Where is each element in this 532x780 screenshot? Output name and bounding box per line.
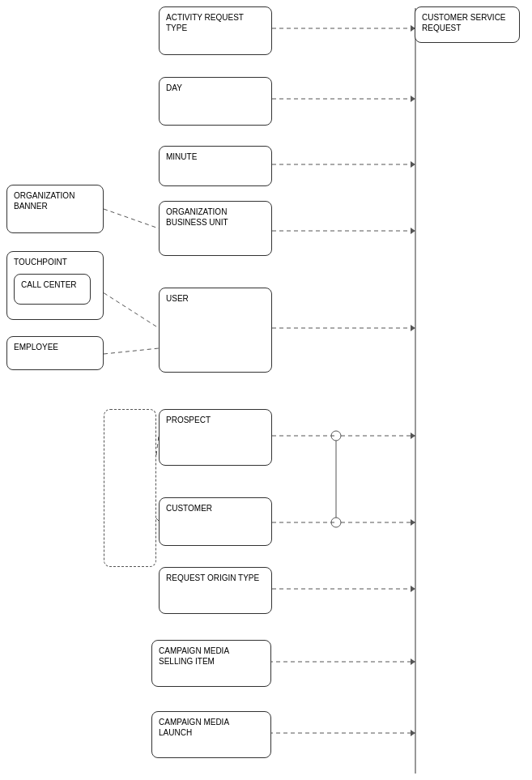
minute-node: MINUTE: [159, 146, 272, 186]
svg-point-16: [331, 431, 341, 441]
svg-marker-28: [411, 659, 415, 665]
activity-request-type-label: ACTIVITY REQUEST TYPE: [166, 13, 244, 32]
minute-label: MINUTE: [166, 152, 197, 161]
request-origin-type-label: REQUEST ORIGIN TYPE: [166, 573, 259, 582]
request-origin-type-node: REQUEST ORIGIN TYPE: [159, 567, 272, 614]
user-label: USER: [166, 294, 189, 303]
customer-label: CUSTOMER: [166, 504, 212, 513]
employee-node: EMPLOYEE: [6, 336, 104, 370]
touchpoint-label: TOUCHPOINT: [14, 258, 67, 266]
svg-marker-4: [411, 96, 415, 102]
organization-business-unit-node: ORGANIZATION BUSINESS UNIT: [159, 201, 272, 256]
svg-marker-30: [411, 730, 415, 736]
customer-node: CUSTOMER: [159, 497, 272, 546]
prospect-node: PROSPECT: [159, 409, 272, 466]
organization-business-unit-label: ORGANIZATION BUSINESS UNIT: [166, 207, 228, 227]
user-node: USER: [159, 288, 272, 373]
campaign-media-selling-item-node: CAMPAIGN MEDIA SELLING ITEM: [151, 640, 271, 687]
svg-point-17: [331, 518, 341, 527]
organization-banner-node: ORGANIZATION BANNER: [6, 185, 104, 233]
svg-marker-21: [411, 433, 415, 439]
customer-service-request-node: CUSTOMER SERVICE REQUEST: [415, 6, 520, 43]
day-label: DAY: [166, 83, 182, 92]
employee-label: EMPLOYEE: [14, 343, 58, 352]
call-center-label: CALL CENTER: [21, 280, 77, 289]
activity-request-type-node: ACTIVITY REQUEST TYPE: [159, 6, 272, 55]
svg-line-7: [104, 209, 159, 228]
diagram: CUSTOMER SERVICE REQUEST ACTIVITY REQUES…: [0, 0, 532, 780]
svg-line-11: [104, 348, 159, 354]
campaign-media-launch-node: CAMPAIGN MEDIA LAUNCH: [151, 711, 271, 758]
campaign-media-launch-label: CAMPAIGN MEDIA LAUNCH: [159, 718, 229, 737]
call-center-node: CALL CENTER: [14, 274, 91, 305]
svg-marker-26: [411, 586, 415, 592]
svg-marker-13: [411, 325, 415, 331]
svg-marker-6: [411, 161, 415, 168]
touchpoint-node: TOUCHPOINT CALL CENTER: [6, 251, 104, 320]
organization-banner-label: ORGANIZATION BANNER: [14, 191, 74, 211]
svg-marker-9: [411, 228, 415, 234]
svg-marker-24: [411, 519, 415, 526]
customer-service-request-label: CUSTOMER SERVICE REQUEST: [422, 13, 506, 32]
campaign-media-selling-item-label: CAMPAIGN MEDIA SELLING ITEM: [159, 646, 229, 666]
prospect-label: PROSPECT: [166, 416, 211, 424]
selector-box: [104, 409, 156, 567]
day-node: DAY: [159, 77, 272, 126]
